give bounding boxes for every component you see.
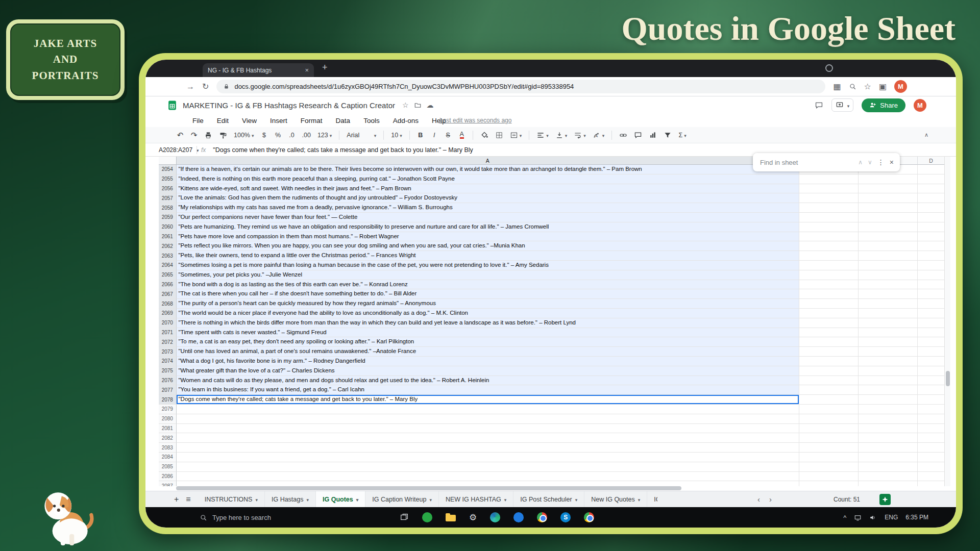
cell-b[interactable] [799,385,859,395]
browser-avatar[interactable]: M [894,80,907,93]
scroll-tabs-left-icon[interactable]: ‹ [757,495,760,504]
row-header[interactable]: 2068 [159,299,177,309]
cell-b[interactable] [799,251,859,261]
cell-c[interactable] [859,213,918,222]
close-tab-icon[interactable]: × [305,66,309,74]
profile-dot-icon[interactable] [825,64,833,72]
cell-d[interactable] [918,376,944,386]
row-header[interactable]: 2065 [159,270,177,280]
cell-d[interactable] [918,309,944,318]
cell-a[interactable] [177,433,800,443]
cell-quote[interactable]: "The purity of a person's heart can be q… [177,299,800,309]
cell-d[interactable] [918,433,944,443]
cell-d[interactable] [918,462,944,472]
sheet-tab[interactable]: New IG Quotes [584,491,647,508]
cell-quote[interactable]: "What greater gift than the love of a ca… [177,366,800,376]
share-button[interactable]: Share [862,98,905,112]
redo-icon[interactable] [189,129,199,141]
cell-c[interactable] [859,174,918,184]
strikethrough-button[interactable]: S [443,129,453,141]
sheet-tab[interactable]: IG Post Scheduler [513,491,584,508]
sheet-tab[interactable]: IG Hastags [265,491,316,508]
clock[interactable]: 6:35 PM [905,514,928,521]
cell-c[interactable] [859,366,918,376]
sheet-tab[interactable]: NEW IG HASHTAG [439,491,513,508]
menu-item[interactable]: View [242,117,257,124]
cell-quote[interactable]: "Sometimes, your pet picks you." –Julie … [177,270,800,280]
row-header[interactable]: 2067 [159,289,177,299]
hide-toolbar-icon[interactable]: ∧ [924,132,928,138]
new-tab-icon[interactable]: + [322,62,328,73]
cell-quote[interactable]: "Indeed, there is nothing on this earth … [177,174,800,184]
sheets-logo-icon[interactable] [167,100,178,111]
sheet-tab[interactable]: INSTRUCTIONS [198,491,265,508]
cell-d[interactable] [918,165,944,174]
font-family-select[interactable]: Arial [345,129,378,141]
row-header[interactable]: 2081 [159,424,177,434]
row-header[interactable]: 2082 [159,433,177,443]
cell-d[interactable] [918,232,944,242]
cell-d[interactable] [918,270,944,280]
cell-c[interactable] [859,443,918,453]
vertical-scrollbar[interactable] [944,157,950,486]
row-header[interactable]: 2086 [159,472,177,482]
cell-quote[interactable]: "The bond with a dog is as lasting as th… [177,280,800,290]
cell-quote[interactable]: "Pets have more love and compassion in t… [177,232,800,242]
cell-b[interactable] [799,299,859,309]
cell-c[interactable] [859,299,918,309]
cell-d[interactable] [918,395,944,405]
cell-quote[interactable]: "Kittens are wide-eyed, soft and sweet. … [177,184,800,194]
cell-d[interactable] [918,453,944,462]
cell-b[interactable] [799,193,859,203]
zoom-select[interactable]: 100% [232,129,256,141]
cell-c[interactable] [859,184,918,194]
cell-c[interactable] [859,203,918,213]
cloud-status-icon[interactable]: ☁ [427,101,434,109]
cell-a[interactable] [177,405,800,414]
cell-b[interactable] [799,481,859,486]
menu-item[interactable]: Add-ons [393,117,419,124]
skype-icon[interactable] [560,512,571,522]
cell-d[interactable] [918,213,944,222]
cell-b[interactable] [799,424,859,434]
format-currency-button[interactable]: $ [259,129,270,141]
cell-a[interactable] [177,443,800,453]
vertical-scrollbar-thumb[interactable] [946,371,950,386]
row-header[interactable]: 2072 [159,337,177,347]
cell-d[interactable] [918,289,944,299]
text-color-button[interactable]: A [457,129,467,141]
filter-icon[interactable] [662,129,673,141]
print-icon[interactable] [203,129,214,141]
horizontal-scrollbar-thumb[interactable] [176,486,681,490]
format-percent-button[interactable]: % [273,129,283,141]
present-to-meeting-button[interactable] [831,98,854,112]
chevron-up-icon[interactable]: ∧ [858,159,863,166]
cell-b[interactable] [799,337,859,347]
fill-color-icon[interactable] [479,129,490,141]
cell-quote[interactable]: "Pets reflect you like mirrors. When you… [177,241,800,251]
cell-d[interactable] [918,347,944,357]
select-all-corner[interactable] [159,157,177,165]
task-view-icon[interactable] [400,513,409,522]
close-icon[interactable]: × [890,158,894,166]
cell-d[interactable] [918,318,944,328]
cell-d[interactable] [918,405,944,414]
cell-quote[interactable]: "There is nothing in which the birds dif… [177,318,800,328]
cell-quote[interactable]: "The cat is there when you call her – if… [177,289,800,299]
cell-d[interactable] [918,299,944,309]
cell-b[interactable] [799,395,859,405]
paint-format-icon[interactable] [217,129,229,141]
row-header[interactable]: 2055 [159,174,177,184]
merge-cells-icon[interactable] [508,129,524,141]
increase-decimals-button[interactable]: .00 [301,129,312,141]
functions-button[interactable]: Σ [677,129,688,141]
settings-gear-icon[interactable]: ⚙ [469,512,477,523]
display-icon[interactable] [854,514,862,521]
cell-quote[interactable]: "Pets, like their owners, tend to expand… [177,251,800,261]
cell-c[interactable] [859,270,918,280]
cell-b[interactable] [799,433,859,443]
reload-icon[interactable]: ↻ [202,82,209,91]
cell-quote[interactable]: "Time spent with cats is never wasted." … [177,328,800,338]
cell-c[interactable] [859,357,918,366]
menu-item[interactable]: Insert [270,117,287,124]
